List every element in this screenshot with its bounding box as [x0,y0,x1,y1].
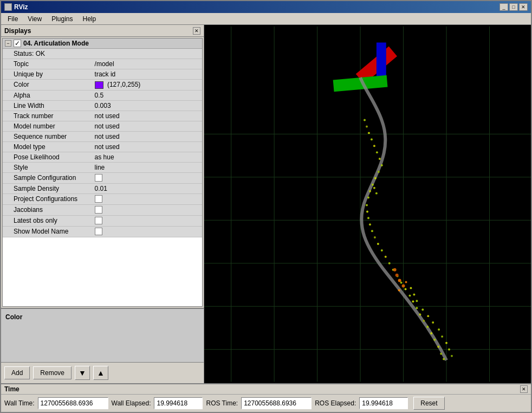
prop-name-sequence-number: Sequence number [3,131,93,141]
prop-row-unique-by: Unique by track id [3,69,202,80]
svg-point-36 [405,288,407,290]
displays-close-button[interactable]: ✕ [193,27,200,35]
svg-point-51 [398,279,401,282]
svg-point-24 [419,313,421,315]
prop-name-sample-density: Sample Density [3,183,93,193]
menu-view[interactable]: View [23,14,46,24]
svg-point-48 [366,210,368,212]
svg-point-46 [369,223,371,225]
wall-time-value: 1270055688.6936 [38,397,108,409]
expand-icon[interactable]: − [5,40,11,47]
prop-row-model-type: Model type not used [3,141,202,152]
svg-point-45 [371,230,373,232]
prop-name-show-model-name: Show Model Name [3,226,93,237]
checkbox-project-configs[interactable] [95,195,102,203]
move-down-button[interactable]: ▼ [75,366,90,380]
viewport-svg [204,25,531,383]
svg-point-69 [416,300,418,302]
checkbox-sample-config[interactable] [95,174,102,182]
prop-name-model-number: Model number [3,121,93,131]
svg-point-41 [385,256,387,258]
time-section: Time ✕ Wall Time: 1270055688.6936 Wall E… [1,383,531,412]
menu-plugins[interactable]: Plugins [47,14,77,24]
prop-value-show-model-name[interactable] [93,226,202,237]
prop-value-latest-obs[interactable] [93,215,202,226]
add-button[interactable]: Add [4,366,30,379]
menu-help[interactable]: Help [79,14,101,24]
menu-file[interactable]: File [3,14,22,24]
svg-point-55 [405,281,407,283]
remove-button[interactable]: Remove [33,366,72,379]
svg-point-66 [368,132,370,134]
displays-label: Displays [4,27,31,35]
tree-item-articulation[interactable]: − ✓ 04. Articulation Mode [3,38,202,49]
svg-point-34 [421,308,424,311]
item-label-articulation: 04. Articulation Mode [23,40,89,47]
prop-value-line-width[interactable]: 0.003 [93,100,202,111]
svg-point-57 [369,190,371,192]
prop-name-jacobians: Jacobians [3,204,93,215]
svg-point-37 [400,282,403,284]
svg-point-32 [432,321,434,324]
time-label: Time [4,385,20,393]
color-value-text: (127,0,255) [107,81,140,88]
prop-row-style: Style line [3,162,202,172]
checkbox-jacobians[interactable] [95,206,102,214]
prop-value-sample-density[interactable]: 0.01 [93,183,202,193]
prop-name-topic: Topic [3,59,93,69]
color-panel: Color [1,308,204,362]
left-panel: Displays ✕ − ✓ 04. Articulation Mode [1,25,204,383]
prop-row-track-number: Track number not used [3,111,202,121]
svg-point-50 [402,285,405,288]
svg-point-20 [433,339,436,341]
svg-point-52 [395,274,399,277]
prop-row-alpha: Alpha 0.5 [3,90,202,100]
prop-value-project-configs[interactable] [93,193,202,204]
prop-value-style[interactable]: line [93,162,202,172]
viewport[interactable] [204,25,531,383]
tree-scroll[interactable]: − ✓ 04. Articulation Mode Status: OK Top… [3,38,202,306]
time-panel-close[interactable]: ✕ [520,385,528,393]
prop-value-unique-by[interactable]: track id [93,69,202,80]
svg-point-28 [448,349,450,351]
checkbox-show-model-name[interactable] [95,228,102,235]
svg-point-43 [377,243,379,245]
prop-value-topic[interactable]: /model [93,59,202,69]
bottom-buttons: Add Remove ▼ ▲ [1,362,204,383]
prop-value-model-type: not used [93,141,202,152]
svg-point-31 [438,328,440,331]
prop-value-sample-config[interactable] [93,172,202,183]
svg-point-27 [451,355,453,357]
checkbox-latest-obs[interactable] [95,217,102,224]
item-checkbox-articulation[interactable]: ✓ [14,40,21,47]
svg-point-73 [373,187,375,189]
svg-point-58 [372,184,374,186]
minimize-button[interactable]: _ [499,3,508,11]
svg-point-40 [388,262,391,264]
svg-point-54 [398,289,400,291]
displays-header: Displays ✕ [1,25,204,37]
maximize-button[interactable]: □ [509,3,518,11]
status-row: Status: OK [3,49,202,59]
prop-value-jacobians[interactable] [93,204,202,215]
prop-row-jacobians: Jacobians [3,204,202,215]
svg-point-65 [371,138,373,140]
prop-name-alpha: Alpha [3,90,93,100]
prop-row-line-width: Line Width 0.003 [3,100,202,111]
ros-elapsed-value: 19.994618 [359,397,408,409]
reset-button[interactable]: Reset [413,397,444,410]
close-button[interactable]: ✕ [519,3,528,11]
prop-value-model-number: not used [93,121,202,131]
prop-value-pose-likelihood[interactable]: as hue [93,152,202,162]
move-up-button[interactable]: ▲ [93,366,108,380]
svg-point-62 [379,158,381,160]
svg-point-61 [381,164,383,166]
svg-point-60 [378,171,380,173]
color-swatch[interactable] [95,81,103,89]
title-bar: RViz _ □ ✕ [1,1,531,13]
svg-point-49 [366,204,368,206]
prop-value-color[interactable]: (127,0,255) [93,80,202,91]
prop-value-alpha[interactable]: 0.5 [93,90,202,100]
prop-name-model-type: Model type [3,141,93,152]
title-bar-left: RViz [4,3,28,11]
